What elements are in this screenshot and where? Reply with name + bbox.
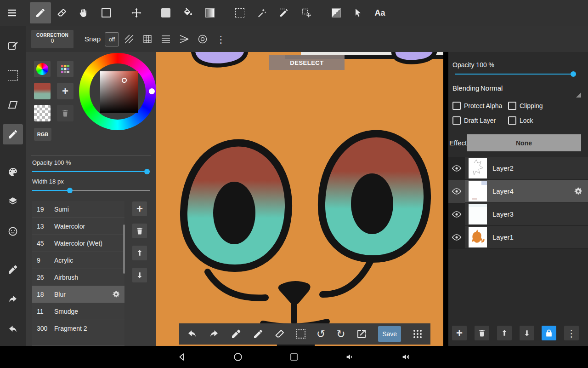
select-move-tool[interactable] — [296, 2, 317, 23]
brush-row[interactable]: 19Sumi — [32, 201, 124, 218]
undo-button[interactable] — [187, 328, 198, 339]
snap-off-toggle[interactable]: off — [105, 32, 119, 46]
layer-visibility-button[interactable] — [448, 157, 465, 180]
layer-settings-icon[interactable] — [573, 186, 583, 196]
layer-visibility-button[interactable] — [448, 180, 465, 203]
divide-tool[interactable] — [326, 2, 347, 23]
menu-button[interactable] — [6, 7, 17, 18]
snap-parallel-button[interactable] — [120, 30, 138, 48]
eraser-button[interactable] — [274, 328, 285, 339]
cursor-tool[interactable] — [347, 2, 368, 23]
layer-panel-button[interactable] — [3, 191, 23, 212]
brush-row[interactable]: 45Watercolor (Wet) — [32, 235, 124, 252]
add-color-button[interactable]: + — [57, 83, 74, 99]
gradient-tool[interactable] — [199, 2, 220, 23]
palette-grid-button[interactable] — [57, 61, 74, 77]
layer-visibility-button[interactable] — [448, 226, 465, 249]
delete-brush-button[interactable] — [132, 224, 147, 238]
blending-select[interactable]: Normal — [481, 84, 503, 92]
brush-width-slider[interactable] — [32, 187, 150, 194]
brush-row[interactable]: 26Airbrush — [32, 269, 124, 286]
brush-up-button[interactable] — [132, 246, 147, 260]
color-wheel[interactable] — [79, 53, 156, 130]
color-wheel-toggle-button[interactable] — [34, 61, 51, 77]
delete-color-button[interactable] — [57, 105, 74, 121]
canvas-surface[interactable] — [156, 52, 443, 346]
redo-button[interactable] — [209, 328, 220, 339]
sv-cursor[interactable] — [122, 78, 127, 83]
delete-layer-button[interactable] — [475, 326, 489, 340]
volume-up-button[interactable] — [400, 351, 412, 363]
eraser-tool[interactable] — [51, 2, 73, 23]
text-tool[interactable]: Aa — [369, 2, 390, 23]
brush-opacity-slider[interactable] — [32, 168, 150, 175]
hand-tool[interactable] — [73, 2, 94, 23]
brush-list-scrollbar[interactable] — [123, 224, 125, 274]
snap-radial-button[interactable] — [193, 30, 212, 48]
volume-down-button[interactable] — [344, 351, 356, 363]
brush-row[interactable]: 300Fragment 2 — [32, 320, 124, 337]
brush-down-button[interactable] — [132, 268, 147, 282]
layer-down-button[interactable] — [520, 326, 534, 340]
deselect-button[interactable]: DESELECT — [269, 55, 345, 70]
layer-row-selected[interactable]: Layer4 — [448, 180, 588, 203]
snap-horizontal-button[interactable] — [157, 30, 175, 48]
brush-row-partial[interactable] — [32, 337, 124, 346]
lock-checkbox[interactable] — [508, 116, 516, 125]
grid-button[interactable] — [412, 328, 423, 339]
lock-layer-button[interactable] — [542, 326, 556, 340]
layer-opacity-slider[interactable] — [455, 71, 576, 77]
brush-row[interactable]: 11Smudge — [32, 303, 124, 320]
select-rect-tool[interactable] — [229, 2, 250, 23]
add-brush-button[interactable]: + — [132, 201, 147, 216]
current-color-swatch[interactable] — [34, 83, 51, 99]
brush-row-selected[interactable]: 18Blur — [32, 286, 124, 303]
layer-up-button[interactable] — [497, 326, 512, 340]
redo-button[interactable] — [3, 289, 23, 310]
transform-tool[interactable] — [126, 2, 147, 23]
pattern-button[interactable] — [296, 329, 305, 339]
transform-button[interactable] — [3, 95, 23, 115]
brush-panel-button[interactable] — [3, 124, 23, 144]
snap-grid-button[interactable] — [138, 30, 157, 48]
bucket-tool[interactable] — [177, 2, 198, 23]
draft-layer-checkbox[interactable] — [452, 116, 461, 125]
edit-button[interactable] — [3, 36, 23, 56]
brush-tool[interactable] — [30, 2, 51, 23]
home-button[interactable] — [232, 351, 244, 363]
undo-button[interactable] — [3, 319, 23, 339]
shape-tool[interactable] — [96, 2, 117, 23]
select-pen-tool[interactable] — [273, 2, 294, 23]
eyedropper-button[interactable] — [231, 328, 242, 339]
protect-alpha-checkbox[interactable] — [452, 102, 461, 110]
save-button[interactable]: Save — [378, 326, 401, 342]
layer-menu-button[interactable]: ⋮ — [564, 326, 579, 340]
export-button[interactable] — [356, 328, 367, 339]
hue-cursor[interactable] — [149, 88, 155, 94]
materials-button[interactable] — [3, 221, 23, 242]
rotate-left-button[interactable]: ↺ — [317, 329, 325, 339]
brush-button[interactable] — [253, 328, 264, 339]
back-button[interactable] — [176, 351, 188, 363]
layer-visibility-button[interactable] — [448, 203, 465, 226]
layer-row[interactable]: Layer1 — [448, 226, 588, 249]
saturation-value-square[interactable] — [100, 71, 138, 113]
magic-wand-tool[interactable] — [251, 2, 272, 23]
select-button[interactable] — [3, 65, 23, 86]
rotate-right-button[interactable]: ↻ — [336, 329, 345, 339]
snap-more-button[interactable]: ⋮ — [212, 30, 230, 48]
fill-tool[interactable] — [155, 2, 176, 23]
add-layer-button[interactable]: + — [452, 326, 467, 340]
brush-row[interactable]: 13Watercolor — [32, 218, 124, 235]
brush-row[interactable]: 9Acrylic — [32, 252, 124, 269]
snap-vanishing-button[interactable] — [175, 30, 193, 48]
color-panel-button[interactable] — [3, 162, 23, 182]
brush-settings-icon[interactable] — [112, 290, 121, 299]
effect-none-button[interactable]: None — [467, 134, 581, 151]
eyedropper-button[interactable] — [3, 259, 23, 280]
recents-button[interactable] — [288, 351, 300, 363]
layer-row[interactable]: Layer3 — [448, 203, 588, 226]
transparent-color-swatch[interactable] — [34, 105, 51, 121]
rgb-button[interactable]: RGB — [34, 128, 51, 141]
layer-row[interactable]: Layer2 — [448, 157, 588, 180]
